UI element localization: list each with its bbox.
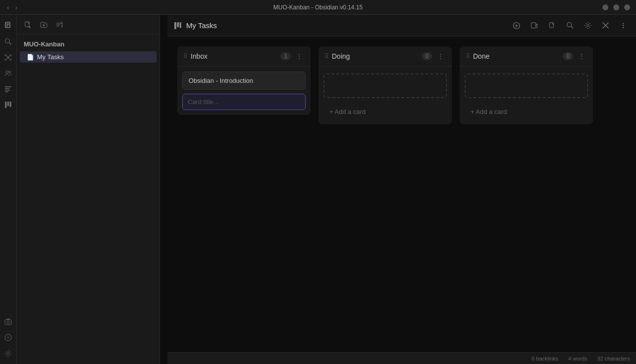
svg-rect-19: [5, 90, 10, 91]
graph-icon[interactable]: [1, 50, 15, 64]
close-button[interactable]: [598, 19, 612, 33]
column-doing-count: 0: [422, 52, 432, 60]
column-doing: ⠿ Doing 0 ⋮ + Add a card: [318, 46, 452, 124]
new-folder-button[interactable]: [37, 18, 50, 32]
column-done-body: + Add a card: [460, 67, 593, 124]
add-card-label: + Add a card: [329, 108, 365, 115]
sidebar: MUO-Kanban 📄 My Tasks: [17, 15, 160, 364]
done-add-card-button[interactable]: + Add a card: [465, 104, 588, 119]
sidebar-item-my-tasks[interactable]: 📄 My Tasks: [20, 51, 157, 63]
column-done-drag-handle[interactable]: ⠿: [466, 53, 470, 60]
svg-line-5: [9, 42, 11, 44]
svg-point-15: [6, 71, 8, 73]
svg-text:?: ?: [7, 336, 9, 340]
files-icon[interactable]: [1, 19, 15, 33]
vault-name: MUO-Kanban: [17, 35, 159, 51]
column-done-title: Done: [473, 52, 560, 60]
file-icon: 📄: [27, 54, 34, 61]
snapshot-icon[interactable]: [1, 315, 15, 328]
card-obsidian-intro[interactable]: Obsidian - Introduction: [182, 72, 306, 90]
column-inbox-body: Obsidian - Introduction: [177, 67, 311, 115]
app-body: ?: [0, 15, 636, 364]
column-inbox-title: Inbox: [191, 52, 278, 60]
main-toolbar: My Tasks: [167, 15, 636, 36]
sort-button[interactable]: [52, 18, 66, 32]
svg-rect-40: [177, 22, 179, 27]
column-inbox-count: 1: [280, 52, 291, 60]
svg-point-51: [587, 25, 589, 27]
outline-icon[interactable]: [1, 82, 15, 96]
svg-rect-23: [10, 102, 12, 107]
svg-rect-18: [5, 88, 9, 89]
open-button[interactable]: [527, 19, 541, 33]
svg-rect-21: [5, 102, 7, 108]
close-window-button[interactable]: ✕: [624, 4, 630, 10]
svg-point-16: [9, 71, 11, 73]
svg-point-10: [10, 59, 11, 60]
svg-point-54: [623, 23, 624, 24]
svg-rect-24: [5, 320, 11, 325]
column-doing-header: ⠿ Doing 0 ⋮: [318, 46, 452, 67]
settings-button[interactable]: [581, 19, 595, 33]
column-done: ⠿ Done 0 ⋮ + Add a card: [460, 46, 593, 124]
doing-drop-zone: [323, 73, 447, 98]
svg-line-12: [9, 55, 10, 57]
community-icon[interactable]: [1, 66, 15, 80]
column-inbox-menu[interactable]: ⋮: [294, 51, 305, 61]
column-doing-title: Doing: [332, 52, 419, 60]
minimize-button[interactable]: ─: [602, 4, 608, 10]
svg-point-25: [7, 321, 9, 323]
status-bar: 0 backlinks 4 words 32 characters: [167, 352, 636, 364]
backlinks-count[interactable]: 0 backlinks: [531, 356, 558, 362]
svg-line-50: [571, 27, 573, 29]
search-rail-icon[interactable]: [1, 35, 15, 48]
new-note-button[interactable]: [545, 19, 559, 33]
svg-rect-22: [7, 102, 9, 106]
svg-rect-39: [174, 22, 176, 29]
view-title: My Tasks: [186, 21, 506, 30]
icon-rail: ?: [0, 15, 17, 364]
svg-point-8: [10, 54, 11, 56]
svg-point-56: [623, 27, 624, 28]
column-inbox: ⠿ Inbox 1 ⋮ Obsidian - Introduction: [177, 46, 311, 115]
svg-rect-45: [531, 23, 536, 28]
word-count: 4 words: [568, 356, 588, 362]
svg-rect-17: [5, 86, 11, 87]
svg-rect-26: [7, 319, 9, 320]
sidebar-toolbar: [17, 15, 159, 35]
done-drop-zone: [465, 73, 588, 98]
nav-back-button[interactable]: ‹: [6, 3, 10, 11]
column-done-count: 0: [563, 52, 573, 60]
maximize-button[interactable]: ◻: [613, 4, 619, 10]
kanban-rail-icon[interactable]: [1, 98, 15, 111]
svg-point-9: [5, 59, 6, 60]
nav-forward-button[interactable]: ›: [14, 3, 19, 11]
svg-line-14: [9, 58, 10, 59]
column-doing-menu[interactable]: ⋮: [435, 51, 446, 61]
nav-controls: ‹ ›: [6, 3, 18, 11]
new-file-button[interactable]: [21, 18, 35, 32]
add-button[interactable]: [510, 19, 523, 33]
svg-rect-41: [180, 22, 181, 28]
svg-rect-48: [550, 23, 554, 28]
char-count: 32 characters: [597, 356, 630, 362]
column-done-menu[interactable]: ⋮: [576, 51, 587, 61]
svg-line-11: [6, 55, 7, 57]
column-doing-drag-handle[interactable]: ⠿: [324, 53, 329, 60]
main-content: My Tasks: [167, 15, 636, 364]
svg-point-7: [5, 54, 6, 56]
title-bar: ‹ › MUO-Kanban - Obsidian v0.14.15 ─ ◻ ✕: [0, 0, 636, 15]
settings-rail-icon[interactable]: [1, 346, 15, 360]
sidebar-item-label: My Tasks: [37, 53, 64, 61]
card-title-input[interactable]: [182, 94, 306, 110]
doing-add-card-button[interactable]: + Add a card: [323, 104, 447, 119]
column-inbox-drag-handle[interactable]: ⠿: [183, 53, 188, 60]
svg-rect-20: [5, 91, 8, 92]
kanban-view-icon: [173, 21, 182, 30]
window-title: MUO-Kanban - Obsidian v0.14.15: [274, 4, 363, 11]
search-button[interactable]: [563, 19, 577, 33]
help-icon[interactable]: ?: [1, 330, 15, 344]
svg-rect-30: [25, 22, 29, 27]
more-button[interactable]: [616, 19, 630, 33]
column-done-header: ⠿ Done 0 ⋮: [460, 46, 593, 67]
